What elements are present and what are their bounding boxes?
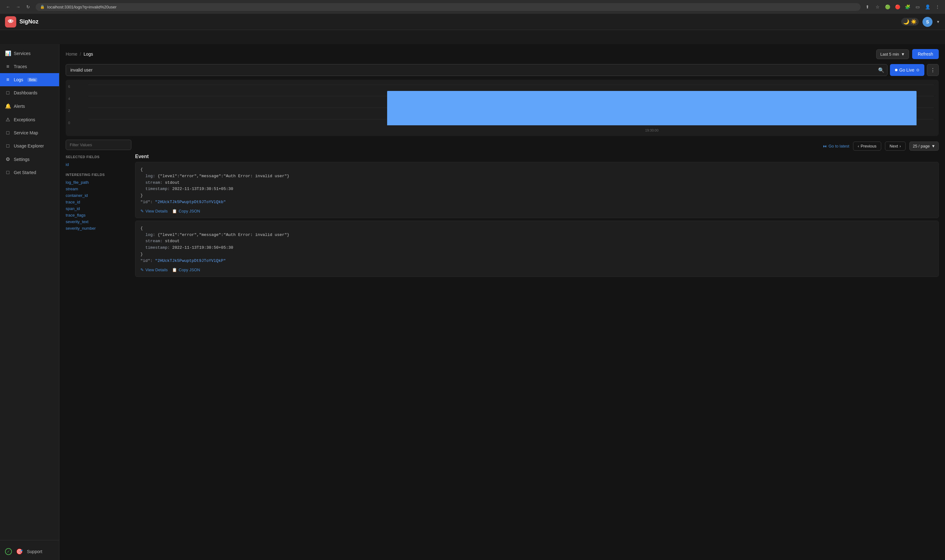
- share-icon[interactable]: ⬆: [864, 3, 871, 11]
- sidebar-item-dashboards[interactable]: □ Dashboards: [0, 86, 59, 99]
- previous-button[interactable]: ‹ Previous: [853, 142, 881, 151]
- sidebar-item-get-started[interactable]: □ Get Started: [0, 166, 59, 179]
- filter-field-log-file-path[interactable]: log_file_path: [66, 179, 131, 186]
- alerts-icon: 🔔: [5, 103, 11, 109]
- main-layout: 📊 Services ≡ Traces ≡ Logs Beta □ Dash: [0, 44, 945, 560]
- next-chevron-icon: ›: [900, 144, 901, 148]
- browser-refresh-button[interactable]: ↻: [24, 3, 32, 11]
- selected-fields-section: SELECTED FIELDS id: [66, 155, 131, 168]
- next-label: Next: [890, 144, 898, 148]
- address-bar[interactable]: 🔒 localhost:3301/logs?q=invalid%20user: [35, 3, 860, 11]
- dashboards-icon: □: [5, 90, 11, 95]
- extension-icon-3[interactable]: 🧩: [904, 3, 911, 11]
- sidebar: 📊 Services ≡ Traces ≡ Logs Beta □ Dash: [0, 44, 59, 560]
- filter-field-stream[interactable]: stream: [66, 186, 131, 192]
- go-to-latest-label: Go to latest: [828, 144, 849, 148]
- sidebar-item-exceptions[interactable]: ⚠ Exceptions: [0, 113, 59, 126]
- log-timestamp-value-2: 2022-11-13T19:30:50+05:30: [172, 245, 233, 250]
- lock-icon: 🔒: [40, 5, 45, 9]
- sidebar-item-service-map[interactable]: □ Service Map: [0, 126, 59, 139]
- search-icon[interactable]: 🔍: [878, 67, 884, 73]
- time-range-chevron: ▼: [901, 52, 905, 57]
- theme-toggle[interactable]: 🌙 ☀️: [901, 18, 919, 26]
- more-options-button[interactable]: ⋮: [927, 64, 939, 76]
- user-avatar[interactable]: S: [922, 17, 933, 27]
- filter-field-container-id[interactable]: container_id: [66, 192, 131, 199]
- sidebar-item-usage-explorer[interactable]: □ Usage Explorer: [0, 139, 59, 152]
- interesting-fields-title: INTERESTING FIELDS: [66, 173, 131, 177]
- traces-icon: ≡: [5, 64, 11, 69]
- go-live-icon-circle: ⊙: [916, 68, 919, 72]
- extension-icon-2[interactable]: 🔴: [894, 3, 901, 11]
- sidebar-item-traces[interactable]: ≡ Traces: [0, 60, 59, 73]
- next-button[interactable]: Next ›: [885, 142, 906, 151]
- log-line-timestamp-2: timestamp: 2022-11-13T19:30:50+05:30: [140, 245, 933, 251]
- log-id-line-1: "id": "2HUckTJk5PwuptpDt9JToYVlQkb": [140, 199, 933, 206]
- log-id-key-2: "id":: [140, 258, 153, 263]
- time-range-selector[interactable]: Last 5 min ▼: [876, 49, 909, 59]
- settings-icon: ⚙: [5, 156, 11, 162]
- app-container: 👁 SigNoz 🌙 ☀️ S ▼ 📊 Services: [0, 14, 945, 560]
- filter-field-trace-flags[interactable]: trace_flags: [66, 212, 131, 218]
- browser-action-icons: ⬆ ☆ 🟢 🔴 🧩 ▭ 👤 ⋮: [864, 3, 941, 11]
- logs-pagination: ⏭ Go to latest ‹ Previous Next › 25 /: [135, 140, 939, 154]
- log-body-open-2: {: [140, 225, 933, 232]
- filter-field-span-id[interactable]: span_id: [66, 205, 131, 212]
- refresh-button[interactable]: Refresh: [912, 49, 939, 59]
- page-size-selector[interactable]: 25 / page ▼: [910, 142, 939, 151]
- content-area: Home / Logs Last 5 min ▼ Refresh Last re…: [59, 44, 945, 560]
- sidebar-item-label: Alerts: [14, 104, 25, 109]
- filter-field-trace-id[interactable]: trace_id: [66, 199, 131, 205]
- chart-x-label: 19:30:00: [645, 128, 658, 132]
- log-id-link-2[interactable]: "2HUckTJk5PwuptpDt9JToYVlQkP": [155, 258, 226, 263]
- go-to-latest-button[interactable]: ⏭ Go to latest: [823, 144, 849, 148]
- breadcrumb-current: Logs: [83, 52, 93, 57]
- filter-field-severity-text[interactable]: severity_text: [66, 218, 131, 225]
- log-id-link-1[interactable]: "2HUckTJk5PwuptpDt9JToYVlQkb": [155, 200, 226, 205]
- browser-layout-icon[interactable]: ▭: [914, 3, 921, 11]
- sidebar-support[interactable]: ✓ 🎯 Support: [0, 544, 59, 559]
- log-line-log-1: log: {"level":"error","message":"Auth Er…: [140, 173, 933, 180]
- log-body-open-1: {: [140, 166, 933, 173]
- breadcrumb-home[interactable]: Home: [66, 52, 77, 57]
- copy-json-button-1[interactable]: 📋 Copy JSON: [172, 209, 200, 214]
- star-icon[interactable]: ☆: [874, 3, 881, 11]
- filter-values-input[interactable]: [66, 140, 131, 150]
- eye-icon: 👁: [8, 18, 14, 25]
- page-size-chevron: ▼: [931, 144, 935, 148]
- chart-y-label-6: 6: [68, 85, 70, 88]
- sidebar-item-label: Traces: [14, 64, 27, 69]
- view-details-button-1[interactable]: ✎ View Details: [140, 209, 168, 214]
- copy-json-label-1: Copy JSON: [179, 209, 200, 214]
- forward-button[interactable]: →: [14, 3, 23, 11]
- service-map-icon: □: [5, 130, 11, 135]
- moon-icon: 🌙: [903, 19, 910, 25]
- browser-menu-icon[interactable]: ⋮: [934, 3, 941, 11]
- filter-field-severity-number[interactable]: severity_number: [66, 225, 131, 232]
- support-label: Support: [27, 549, 42, 554]
- sidebar-item-settings[interactable]: ⚙ Settings: [0, 152, 59, 166]
- sidebar-item-logs[interactable]: ≡ Logs Beta: [0, 73, 59, 86]
- copy-json-label-2: Copy JSON: [179, 268, 200, 272]
- logs-area: SELECTED FIELDS id INTERESTING FIELDS lo…: [66, 140, 939, 560]
- sidebar-item-alerts[interactable]: 🔔 Alerts: [0, 99, 59, 113]
- support-icon: 🎯: [15, 547, 24, 556]
- sidebar-item-services[interactable]: 📊 Services: [0, 46, 59, 60]
- status-icon: ✓: [5, 548, 12, 555]
- chart-y-label-0: 0: [68, 121, 70, 125]
- log-entry: { log: {"level":"error","message":"Auth …: [135, 162, 939, 218]
- filter-field-id[interactable]: id: [66, 161, 131, 168]
- back-button[interactable]: ←: [4, 3, 12, 11]
- log-entry: { log: {"level":"error","message":"Auth …: [135, 221, 939, 277]
- search-input[interactable]: [66, 64, 888, 76]
- view-details-button-2[interactable]: ✎ View Details: [140, 268, 168, 272]
- extension-icon-1[interactable]: 🟢: [884, 3, 891, 11]
- logo-text: SigNoz: [19, 18, 39, 25]
- copy-json-button-2[interactable]: 📋 Copy JSON: [172, 268, 200, 272]
- breadcrumb: Home / Logs: [66, 52, 93, 57]
- topbar-right: 🌙 ☀️ S ▼: [901, 17, 940, 27]
- profile-icon[interactable]: 👤: [924, 3, 931, 11]
- logs-icon: ≡: [5, 77, 11, 83]
- go-live-button[interactable]: Go Live ⊙: [890, 64, 924, 76]
- user-menu-chevron[interactable]: ▼: [936, 20, 940, 24]
